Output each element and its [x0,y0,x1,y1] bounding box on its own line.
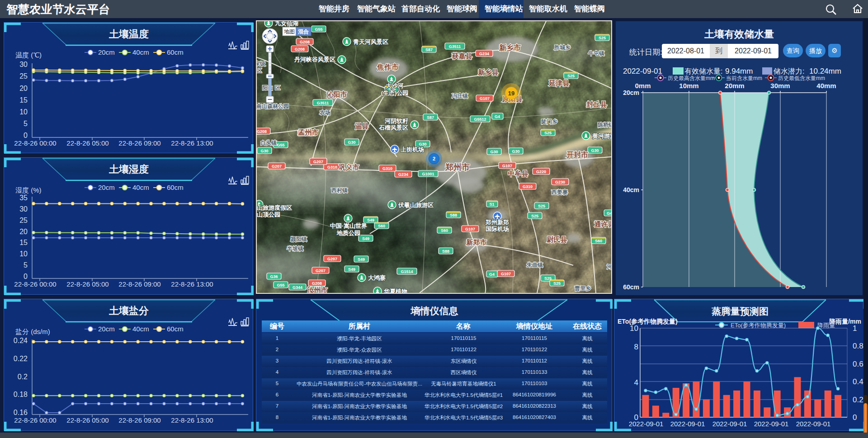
svg-text:G30: G30 [591,148,599,153]
svg-text:0: 0 [24,273,28,280]
svg-text:S49: S49 [362,236,369,241]
svg-text:8: 8 [634,343,638,351]
svg-text:新乡市: 新乡市 [499,43,521,52]
svg-text:郑州新郑: 郑州新郑 [485,219,509,226]
svg-text:伏羲山旅游区: 伏羲山旅游区 [398,202,434,208]
svg-text:陈桥镇: 陈桥镇 [598,122,611,128]
svg-text:S49: S49 [348,267,355,272]
svg-text:15: 15 [19,96,28,104]
svg-text:10: 10 [630,324,638,333]
svg-text:青天河风景区: 青天河风景区 [353,38,388,45]
svg-text:S88: S88 [442,249,449,254]
svg-text:20cm: 20cm [623,89,639,96]
svg-text:温度 (℃): 温度 (℃) [15,51,42,59]
svg-text:G107: G107 [480,96,490,101]
svg-text:22-8-26 13:00: 22-8-26 13:00 [171,416,213,424]
svg-text:22-8-26 00:00: 22-8-26 00:00 [14,416,56,424]
svg-text:S87: S87 [427,115,434,120]
svg-text:汝州市: 汝州市 [307,286,328,293]
svg-text:10: 10 [19,250,28,258]
svg-text:20cm: 20cm [98,325,115,333]
svg-text:G55: G55 [277,143,284,147]
svg-text:40cm: 40cm [132,48,149,56]
svg-text:0.2: 0.2 [853,396,863,404]
svg-text:5: 5 [24,261,28,269]
svg-text:当前含水量mm: 当前含水量mm [726,75,762,81]
svg-text:牛屯镇: 牛屯镇 [588,50,604,57]
svg-text:巩义市: 巩义市 [339,163,359,171]
svg-text:G310: G310 [382,166,392,171]
svg-text:封丘县: 封丘县 [586,100,607,108]
svg-text:0.8: 0.8 [853,342,863,350]
svg-text:G107: G107 [501,272,511,276]
svg-text:曹里乡: 曹里乡 [574,285,591,292]
svg-text:混合: 混合 [298,28,309,35]
svg-text:30: 30 [19,205,28,213]
svg-text:土壤湿度: 土壤湿度 [109,164,149,175]
svg-text:沁阳市: 沁阳市 [326,90,347,98]
svg-text:20mm: 20mm [725,82,744,89]
svg-text:60cm: 60cm [167,184,184,191]
svg-text:0: 0 [853,413,857,422]
svg-text:地图: 地图 [284,28,295,35]
svg-text:半坡镇: 半坡镇 [287,245,303,252]
svg-text:S88: S88 [450,213,457,217]
svg-text:G1514: G1514 [401,269,413,274]
svg-text:湿度 (%): 湿度 (%) [15,186,42,194]
svg-text:地质公园: 地质公园 [336,230,360,236]
svg-text:30mm: 30mm [770,82,790,89]
svg-text:区: 区 [275,85,280,91]
svg-text:G4: G4 [495,114,500,119]
svg-text:土壤盐分: 土壤盐分 [109,305,149,316]
svg-text:20: 20 [19,228,28,235]
svg-text:10: 10 [19,108,28,116]
svg-text:0.4: 0.4 [853,377,863,386]
svg-text:0.6: 0.6 [853,360,863,368]
svg-text:G5512: G5512 [474,117,486,122]
svg-text:35: 35 [19,194,28,202]
svg-text:西姜寨: 西姜寨 [551,189,568,195]
svg-text:(生态)公园: (生态)公园 [381,89,409,96]
svg-text:焦作市: 焦作市 [377,63,399,71]
svg-text:40cm: 40cm [132,184,149,191]
svg-text:2022-09-01: 2022-09-01 [754,420,789,428]
svg-text:2022-09-01: 2022-09-01 [796,420,831,428]
svg-text:家级: 家级 [257,61,266,67]
svg-text:60cm: 60cm [623,283,639,291]
svg-text:S25: S25 [544,131,552,135]
svg-text:G3511: G3511 [449,44,461,49]
svg-text:0.2: 0.2 [18,373,28,381]
svg-text:白头镇: 白头镇 [260,140,277,146]
svg-text:2022-09-01: 2022-09-01 [629,420,664,428]
svg-text:九女仙湖: 九女仙湖 [274,21,298,27]
svg-text:S25: S25 [538,204,545,208]
svg-text:土壤温度: 土壤温度 [109,28,149,40]
svg-text:2022-09-01: 2022-09-01 [670,420,705,428]
svg-text:22-8-26 09:00: 22-8-26 09:00 [118,139,160,147]
svg-text:中国·嵩山世界: 中国·嵩山世界 [330,222,367,229]
svg-text:ETo(参考作物腾发量): ETo(参考作物腾发量) [731,322,786,329]
svg-text:G36: G36 [270,274,278,279]
svg-text:5: 5 [24,120,28,127]
svg-text:0mm: 0mm [635,82,651,89]
svg-text:S25: S25 [531,214,538,218]
svg-text:开封市: 开封市 [566,151,588,159]
svg-text:国际机场: 国际机场 [486,226,509,232]
svg-text:朱曲镇: 朱曲镇 [526,262,543,268]
svg-text:获嘉县: 获嘉县 [452,52,472,60]
svg-text:2: 2 [433,156,435,161]
svg-text:郑州市: 郑州市 [445,163,470,172]
svg-text:G207: G207 [313,160,323,164]
svg-text:土壤有效储水量: 土壤有效储水量 [704,28,774,40]
svg-text:G30: G30 [260,149,268,153]
svg-text:15: 15 [19,239,28,246]
svg-text:G1001: G1001 [422,172,434,176]
svg-text:农场: 农场 [319,109,330,116]
svg-text:河阴软籽: 河阴软籽 [384,118,408,124]
svg-text:20cm: 20cm [98,48,115,56]
svg-text:石榴风景区: 石榴风景区 [378,124,408,131]
svg-text:G30: G30 [490,150,498,154]
svg-text:G220: G220 [536,170,546,174]
svg-text:通许县: 通许县 [594,220,612,228]
svg-text:G208: G208 [300,40,310,44]
